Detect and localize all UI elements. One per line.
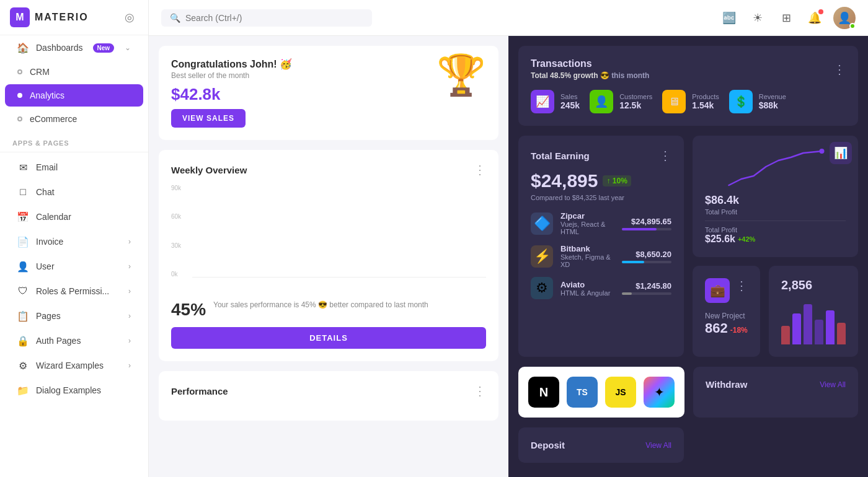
- tx-stat-customers: 👤 Customers 12.5k: [590, 90, 652, 113]
- weekly-profit-value: $25.6k +42%: [705, 234, 755, 245]
- javascript-logo: JS: [605, 377, 636, 408]
- products-icon: 🖥: [662, 90, 686, 113]
- performance-menu-button[interactable]: ⋮: [474, 383, 486, 398]
- profit-footer: Total Profit $25.6k +42%: [705, 221, 846, 245]
- grid-icon[interactable]: ⊞: [776, 8, 796, 28]
- deposit-view-all[interactable]: View All: [645, 441, 671, 450]
- roles-icon: 🛡: [17, 286, 29, 297]
- chevron-right-icon: ›: [128, 312, 131, 320]
- bar-2: [792, 313, 801, 344]
- bitbank-progress-fill: [622, 261, 644, 263]
- sidebar-item-user[interactable]: 👤 User ›: [5, 255, 143, 278]
- right-cards-col: 📊 $86.4k Total Profit Total Profit: [693, 136, 858, 357]
- earning-header: Total Earning ⋮: [531, 148, 671, 163]
- earning-menu-button[interactable]: ⋮: [659, 148, 671, 163]
- sidebar-item-analytics[interactable]: Analytics: [5, 84, 143, 107]
- revenue-icon: 💲: [729, 90, 753, 113]
- bar-6: [837, 323, 846, 344]
- roles-label: Roles & Permissi...: [36, 286, 109, 296]
- chevron-right-icon: ›: [128, 361, 131, 370]
- invoice-icon: 📄: [17, 236, 29, 247]
- chat-label: Chat: [36, 187, 55, 197]
- chevron-right-icon: ›: [128, 262, 131, 271]
- sidebar-item-calendar[interactable]: 📅 Calendar: [5, 205, 143, 229]
- sidebar-item-dashboards[interactable]: 🏠 Dashboards New ⌄: [5, 36, 143, 59]
- details-button[interactable]: DETAILS: [171, 327, 486, 349]
- profit-sparkline: [705, 148, 846, 191]
- np-label: New Project: [705, 312, 748, 320]
- analytics-label: Analytics: [30, 90, 64, 100]
- chart-y-axis: 90k 60k 30k 0k: [171, 185, 192, 290]
- view-sales-button[interactable]: VIEW SALES: [171, 109, 246, 128]
- theme-icon[interactable]: ☀: [748, 8, 768, 28]
- search-input[interactable]: [185, 13, 363, 23]
- sidebar-item-crm[interactable]: CRM: [5, 61, 143, 83]
- np-value-row: 862 -18%: [705, 320, 748, 336]
- earning-subtitle: Compared to $84,325 last year: [531, 194, 671, 201]
- avatar-online-dot: [849, 23, 856, 29]
- calendar-label: Calendar: [36, 212, 71, 222]
- withdraw-label: Withdraw: [706, 379, 747, 390]
- sidebar-item-wizard[interactable]: ⚙ Wizard Examples ›: [5, 354, 143, 377]
- grid-label-0k: 0k: [171, 271, 192, 278]
- transactions-menu-button[interactable]: ⋮: [833, 62, 846, 77]
- invoice-label: Invoice: [36, 237, 63, 247]
- translate-icon[interactable]: 🔤: [719, 8, 739, 28]
- chevron-right-icon: ›: [128, 336, 131, 345]
- auth-label: Auth Pages: [36, 336, 81, 346]
- transactions-period: this month: [611, 71, 649, 80]
- sidebar-item-chat[interactable]: □ Chat: [5, 180, 143, 204]
- sidebar-item-invoice[interactable]: 📄 Invoice ›: [5, 230, 143, 253]
- bitbank-value: $8,650.20: [622, 250, 671, 259]
- apps-pages-section-label: APPS & PAGES: [0, 131, 148, 149]
- user-label: User: [36, 261, 55, 271]
- bar-chart-bars: [192, 185, 486, 278]
- earning-change: ↑ 10%: [603, 175, 631, 186]
- sidebar-item-pages[interactable]: 📋 Pages ›: [5, 304, 143, 328]
- performance-title: Performance: [171, 386, 228, 396]
- sidebar-item-ecommerce[interactable]: eCommerce: [5, 108, 143, 130]
- notification-icon[interactable]: 🔔: [805, 8, 825, 28]
- crm-label: CRM: [30, 67, 50, 77]
- earning-item-aviato: ⚙ Aviato HTML & Angular $1,245.80: [531, 277, 671, 299]
- tx-stat-customers-info: Customers 12.5k: [619, 93, 652, 110]
- tx-stat-revenue: 💲 Revenue $88k: [729, 90, 786, 113]
- email-label: Email: [36, 162, 58, 172]
- aviato-amount: $1,245.80: [622, 281, 671, 295]
- zipcar-name: Zipcar: [560, 211, 614, 221]
- search-bar[interactable]: 🔍: [161, 9, 372, 27]
- grid-label-30k: 30k: [171, 242, 192, 249]
- bitbank-tech: Sketch, Figma & XD: [560, 253, 614, 268]
- deposit-label: Deposit: [531, 440, 565, 450]
- pages-icon: 📋: [17, 310, 29, 322]
- np-icon: 💼: [705, 278, 730, 303]
- bitbank-amount: $8,650.20: [622, 250, 671, 263]
- deposit-card: Deposit View All: [518, 427, 684, 463]
- np-menu-button[interactable]: ⋮: [735, 278, 748, 293]
- search-icon: 🔍: [170, 13, 180, 23]
- sales-label: Sales: [560, 93, 580, 100]
- wizard-icon: ⚙: [17, 360, 29, 371]
- aviato-name: Aviato: [560, 280, 614, 289]
- sidebar-item-roles[interactable]: 🛡 Roles & Permissi... ›: [5, 279, 143, 303]
- customers-value: 12.5k: [619, 100, 652, 110]
- total-profit-card: 📊 $86.4k Total Profit Total Profit: [693, 136, 858, 257]
- notification-dot: [818, 9, 823, 14]
- earning-item-zipcar: 🔷 Zipcar Vuejs, React & HTML $24,895.65: [531, 211, 671, 235]
- revenue-label: Revenue: [759, 93, 786, 100]
- weekly-menu-button[interactable]: ⋮: [474, 162, 486, 177]
- logo-icon: M: [10, 7, 30, 27]
- total-earning-card: Total Earning ⋮ $24,895 ↑ 10% Compared t…: [518, 136, 684, 357]
- bar-1: [781, 326, 790, 344]
- home-icon: 🏠: [17, 42, 29, 53]
- sales-value: 245k: [560, 100, 580, 110]
- sidebar-item-auth[interactable]: 🔒 Auth Pages ›: [5, 329, 143, 352]
- zipcar-logo: 🔷: [531, 212, 553, 235]
- sidebar-item-email[interactable]: ✉ Email: [5, 155, 143, 179]
- withdraw-view-all[interactable]: View All: [820, 380, 846, 389]
- sidebar-item-dialog[interactable]: 📁 Dialog Examples: [5, 379, 143, 402]
- products-value: 1.54k: [692, 100, 719, 110]
- np-header: 💼 ⋮: [705, 278, 748, 308]
- target-icon[interactable]: ◎: [121, 9, 138, 26]
- avatar[interactable]: 👤: [833, 7, 856, 29]
